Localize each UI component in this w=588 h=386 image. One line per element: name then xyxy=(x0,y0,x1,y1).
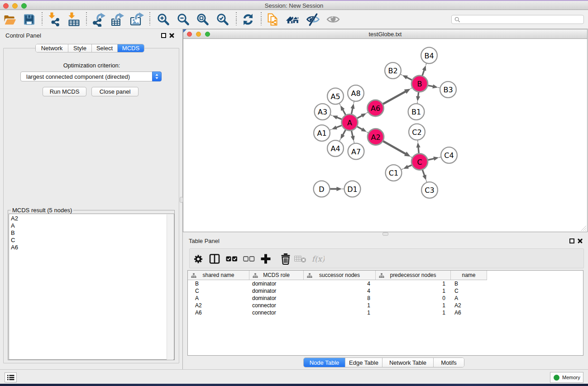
node-A3[interactable]: A3 xyxy=(315,104,331,120)
memory-label: Memory xyxy=(562,375,580,380)
node-A2[interactable]: A2 xyxy=(368,129,384,145)
close-panel-button[interactable]: Close panel xyxy=(91,87,139,96)
import-network-button[interactable] xyxy=(48,12,62,27)
table-row[interactable]: A2connector11A2 xyxy=(188,302,487,309)
edge-A6-B[interactable] xyxy=(381,87,413,105)
network-window-title: testGlobe.txt xyxy=(183,31,587,38)
search-input[interactable] xyxy=(451,15,584,24)
tab-node-table[interactable]: Node Table xyxy=(304,358,345,367)
mcds-result-item[interactable]: B xyxy=(9,229,174,237)
zoom-fit-button[interactable] xyxy=(196,12,210,27)
control-panel-tabs: NetworkStyleSelectMCDS xyxy=(35,44,144,52)
node-C[interactable]: C xyxy=(411,154,428,170)
zoom-in-button[interactable] xyxy=(156,12,171,27)
hide-panel-button[interactable] xyxy=(306,12,320,27)
edge-D-D1[interactable] xyxy=(328,187,344,191)
zoom-out-button[interactable] xyxy=(176,12,191,27)
mcds-result-list[interactable]: A2ABCA6 xyxy=(9,214,174,360)
table-cell: 1 xyxy=(376,309,451,316)
select-all-button[interactable] xyxy=(225,252,239,266)
memory-button[interactable]: Memory xyxy=(550,372,583,383)
network-graph[interactable]: B4 B2 B B3 A5 A8 A6 A3 A B1 A1 A2 C2 xyxy=(183,39,587,232)
tab-network-table[interactable]: Network Table xyxy=(382,358,434,367)
node-A7[interactable]: A7 xyxy=(348,143,364,160)
column-header-name[interactable]: name xyxy=(451,271,487,280)
column-header-MCDS-role[interactable]: MCDS role xyxy=(249,271,304,280)
node-C2[interactable]: C2 xyxy=(409,124,425,140)
tab-select[interactable]: Select xyxy=(92,44,118,52)
mcds-result-item[interactable]: C xyxy=(9,237,174,244)
window-resize-grip[interactable] xyxy=(580,224,587,231)
node-A5[interactable]: A5 xyxy=(327,88,344,105)
node-D[interactable]: D xyxy=(314,181,330,197)
export-table-button[interactable] xyxy=(110,12,125,27)
table-panel-close-icon[interactable] xyxy=(578,238,583,243)
task-history-button[interactable] xyxy=(5,372,17,382)
show-panel-button[interactable] xyxy=(326,12,340,27)
node-B1[interactable]: B1 xyxy=(408,104,425,120)
node-C3[interactable]: C3 xyxy=(421,182,438,198)
table-cell: A2 xyxy=(188,302,249,309)
table-settings-button[interactable] xyxy=(191,252,205,266)
control-panel-float-icon[interactable] xyxy=(161,33,166,38)
run-mcds-button[interactable]: Run MCDS xyxy=(43,87,86,96)
mcds-result-item[interactable]: A xyxy=(9,222,174,229)
node-B2[interactable]: B2 xyxy=(385,62,401,79)
column-header-shared-name[interactable]: shared name xyxy=(188,271,249,280)
svg-text:C3: C3 xyxy=(425,186,434,195)
network-from-file-button[interactable] xyxy=(266,12,281,27)
export-image-button[interactable] xyxy=(130,12,144,27)
mcds-result-item[interactable]: A6 xyxy=(9,244,174,251)
split-columns-button[interactable] xyxy=(208,252,221,266)
mcds-result-item[interactable]: A2 xyxy=(9,215,174,222)
node-B[interactable]: B xyxy=(411,76,428,92)
svg-text:A7: A7 xyxy=(351,148,361,156)
mcds-result-scrollbar[interactable] xyxy=(167,214,173,360)
main-toolbar xyxy=(0,10,588,29)
refresh-button[interactable] xyxy=(241,12,255,27)
table-panel: Table Panel f(x) shared name MCDS role xyxy=(183,235,588,369)
unselect-all-button[interactable] xyxy=(242,252,256,266)
node-A[interactable]: A xyxy=(342,114,358,131)
node-D1[interactable]: D1 xyxy=(344,181,361,197)
table-row[interactable]: A6connector11A6 xyxy=(188,309,487,316)
main-area: Control Panel Optimization criterion: la… xyxy=(0,29,588,369)
edge-A2-C[interactable] xyxy=(381,140,413,158)
table-row[interactable]: Adominator80A xyxy=(188,295,487,302)
save-session-button[interactable] xyxy=(22,12,36,27)
node-B4[interactable]: B4 xyxy=(421,48,437,64)
column-header-predecessor-nodes[interactable]: predecessor nodes xyxy=(376,271,451,280)
node-A6[interactable]: A6 xyxy=(368,100,384,116)
node-C4[interactable]: C4 xyxy=(441,147,457,163)
column-header-successor-nodes[interactable]: successor nodes xyxy=(304,271,376,280)
node-A1[interactable]: A1 xyxy=(314,125,330,141)
table-row[interactable]: Cdominator41C xyxy=(188,287,487,295)
export-network-button[interactable] xyxy=(92,12,106,27)
zoom-selected-button[interactable] xyxy=(215,12,230,27)
table-cell: A2 xyxy=(451,302,487,309)
toolbar-separator xyxy=(149,12,150,27)
tab-style[interactable]: Style xyxy=(68,44,92,52)
node-A8[interactable]: A8 xyxy=(348,85,364,101)
node-B3[interactable]: B3 xyxy=(440,81,456,98)
tab-network[interactable]: Network xyxy=(36,44,68,52)
session-home-button[interactable] xyxy=(286,12,300,27)
network-window-titlebar[interactable]: testGlobe.txt xyxy=(183,29,587,39)
tab-motifs[interactable]: Motifs xyxy=(434,358,464,367)
table-row[interactable]: Bdominator41B xyxy=(188,280,487,287)
delete-column-button[interactable] xyxy=(279,252,292,266)
import-table-button[interactable] xyxy=(67,12,82,27)
control-panel-close-icon[interactable] xyxy=(169,33,174,38)
open-file-button[interactable] xyxy=(2,12,16,27)
node-A4[interactable]: A4 xyxy=(327,140,344,157)
column-type-icon xyxy=(379,273,384,278)
tab-mcds[interactable]: MCDS xyxy=(118,44,144,52)
tab-edge-table[interactable]: Edge Table xyxy=(345,358,382,367)
network-canvas[interactable]: B4 B2 B B3 A5 A8 A6 A3 A B1 A1 A2 C2 xyxy=(183,39,587,232)
optimization-criterion-select[interactable]: largest connected component (directed) xyxy=(20,71,162,81)
table-panel-float-icon[interactable] xyxy=(569,238,574,243)
add-column-button[interactable] xyxy=(259,252,272,266)
node-C1[interactable]: C1 xyxy=(386,165,402,181)
control-panel-content: Optimization criterion: largest connecte… xyxy=(3,48,179,363)
table-cell: 0 xyxy=(376,295,451,302)
